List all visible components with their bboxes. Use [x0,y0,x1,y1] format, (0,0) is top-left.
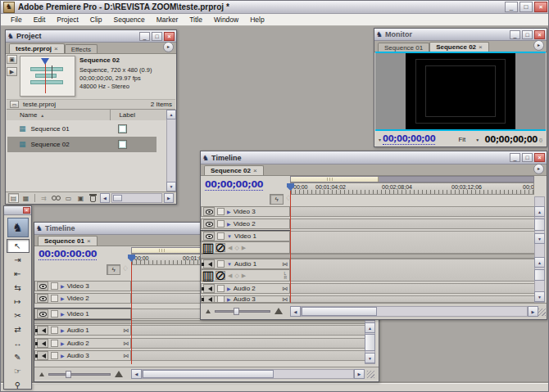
tool-ripple-edit[interactable]: ⇤ [7,267,29,281]
lock-box[interactable] [51,340,58,347]
lock-box[interactable] [217,220,225,228]
zoom-slider-track[interactable] [48,373,111,376]
lock-box[interactable] [51,310,58,318]
scroll-left-icon[interactable]: ◀ [290,306,301,317]
window-titlebar[interactable]: ♞ Adobe Premiere Pro - D:\REVISTA ZOOM\t… [1,1,549,14]
lock-box[interactable] [217,295,225,303]
scroll-up-icon[interactable]: ▲ [365,322,375,333]
playhead-line[interactable] [290,191,291,303]
track-header-video3[interactable]: ▶Video 3 [34,281,131,291]
panel-minimize-button[interactable]: _ [510,153,520,162]
menu-help[interactable]: Help [244,16,270,24]
hscroll-thumb[interactable] [302,307,377,316]
scroll-up-icon[interactable]: ▲ [534,206,545,217]
toggle-output-button[interactable] [37,339,48,348]
column-name[interactable]: Name [20,111,37,119]
tool-selection[interactable]: ↖ [7,239,29,253]
snap-toggle[interactable]: ϟ [107,264,120,275]
audio-output-icon[interactable]: ⋈ [123,353,129,359]
palette-close-button[interactable]: × [23,207,30,214]
panel-menu-icon[interactable]: ▸ [533,40,544,51]
zoom-dropdown-icon[interactable]: ▼ [475,137,479,142]
tab-close-icon[interactable]: × [253,167,257,174]
show-keyframes-icon[interactable]: ⊘ [216,243,225,252]
tab-sequence-01[interactable]: Sequence 01 [378,43,429,52]
next-keyframe-icon[interactable]: ▶ [242,273,246,279]
track-header-video3[interactable]: ▶Video 3 [201,206,290,217]
audio-output-icon[interactable]: ⋈ [123,327,129,334]
audio-output-icon[interactable]: ⋈ [282,286,288,292]
collapse-icon[interactable]: ▶ [61,328,65,333]
track-header-audio1[interactable]: ▶Audio 1⋈ [34,325,131,336]
tool-rate-stretch[interactable]: ↦ [7,295,29,309]
work-area-bar[interactable] [291,177,379,182]
tool-track-select[interactable]: ⇥ [7,253,29,267]
collapse-icon[interactable]: ▶ [61,341,65,346]
automate-to-sequence-icon[interactable]: ⇉ [39,193,49,203]
prev-keyframe-icon[interactable]: ◀ [228,245,232,251]
scroll-up-icon[interactable]: ▲ [534,257,545,268]
icon-view-icon[interactable]: ▦ [20,193,31,203]
collapse-icon[interactable]: ▶ [61,312,65,317]
tool-rolling-edit[interactable]: ⇆ [7,281,29,295]
menu-file[interactable]: File [5,16,28,24]
list-view-icon[interactable]: ▤ [8,193,19,203]
next-keyframe-icon[interactable]: ▶ [242,245,246,251]
timeline-front-timecode[interactable]: 00;00;00;00 [205,180,263,191]
collapse-icon[interactable]: ▶ [61,296,65,301]
panel-maximize-button[interactable]: □ [152,32,162,41]
track-lane[interactable] [131,325,365,336]
scroll-up-icon[interactable]: ▲ [166,110,176,119]
find-icon[interactable] [51,193,61,203]
menu-window[interactable]: Window [208,16,244,24]
preview-thumbnail[interactable] [20,56,75,97]
video-audio-divider[interactable] [34,320,365,324]
lock-box[interactable] [217,285,225,292]
lock-box[interactable] [217,208,225,215]
tab-teste-prproj[interactable]: teste.prproj × [9,43,65,53]
zoom-in-icon[interactable] [115,371,123,377]
vscroll-thumb[interactable] [534,219,545,231]
toggle-output-button[interactable] [203,219,215,228]
list-item-selected[interactable]: ▦ Sequence 02 [7,137,157,152]
label-checkbox[interactable] [118,124,127,133]
resize-grip[interactable] [367,371,374,378]
add-keyframe-icon[interactable]: ◇ [234,245,238,251]
menu-sequence[interactable]: Sequence [107,16,150,24]
track-header-video2[interactable]: ▶Video 2 [34,293,131,304]
set-marker-icon[interactable]: ♢ [122,264,129,273]
delete-icon[interactable] [88,193,98,203]
tool-hand[interactable]: ☞ [7,364,29,378]
project-panel-titlebar[interactable]: ♞ Project _ □ × [6,30,176,43]
lock-box[interactable] [51,352,58,359]
zoom-out-icon[interactable] [206,309,211,313]
work-area-strip[interactable] [290,176,534,182]
panel-menu-icon[interactable]: ▸ [533,164,544,174]
audio-output-icon[interactable]: ⋈ [282,261,288,268]
track-header-audio2[interactable]: ▶Audio 2⋈ [201,283,290,294]
panel-minimize-button[interactable]: _ [139,32,150,41]
tab-close-icon[interactable]: × [479,43,483,51]
zoom-slider-thumb[interactable] [234,308,239,315]
timeline-front-titlebar[interactable]: ♞ Timeline _ □ × [201,151,547,164]
monitor-current-timecode[interactable]: 00;00;00;00 [383,134,435,145]
label-checkbox[interactable] [118,140,127,149]
menu-clip[interactable]: Clip [84,16,108,24]
zoom-out-icon[interactable] [39,372,44,376]
display-style-icon[interactable]: ▥ [203,271,213,280]
toggle-output-button[interactable] [203,295,215,303]
scroll-right-icon[interactable]: ▶ [164,193,174,203]
collapse-icon[interactable]: ▶ [227,297,231,302]
tab-sequence-01[interactable]: Sequence 01 × [38,236,98,246]
zoom-slider-track[interactable] [215,310,270,313]
playhead-line[interactable] [131,262,132,364]
collapse-icon[interactable]: ▶ [227,286,231,291]
close-button[interactable]: × [534,2,547,12]
track-header-audio3[interactable]: ▶Audio 3⋈ [34,350,131,361]
scroll-down-icon[interactable]: ▼ [365,353,375,363]
panel-close-button[interactable]: × [164,32,175,41]
vscroll-thumb[interactable] [365,334,375,351]
monitor-titlebar[interactable]: ♞ Monitor _ □ × [374,29,547,41]
track-lane[interactable] [131,338,365,349]
collapse-icon[interactable]: ▶ [61,284,65,289]
